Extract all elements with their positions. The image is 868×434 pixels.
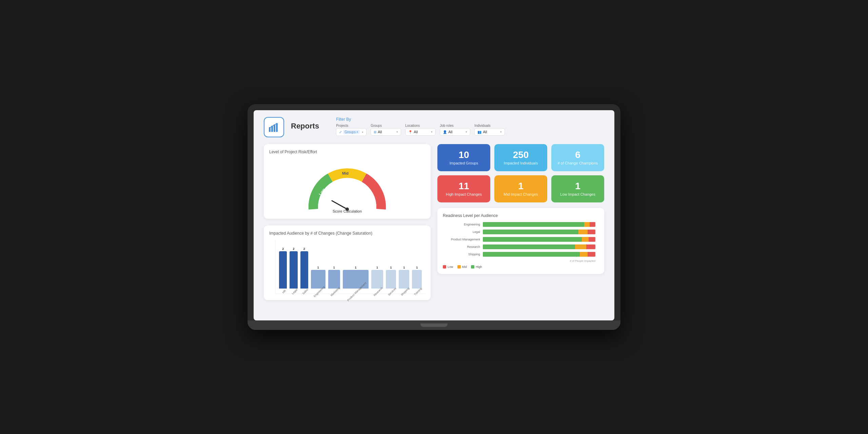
readiness-chart: Engineering Legal Product Management Res… <box>443 222 599 257</box>
stat-number-3: 11 <box>458 181 469 191</box>
projects-chevron: ▾ <box>362 131 363 134</box>
groups-label: Groups <box>371 124 401 127</box>
stat-card-3: 11 High Impact Changes <box>437 175 490 202</box>
logo-box <box>264 117 284 137</box>
readiness-low <box>588 230 595 234</box>
filters-row: Projects ⤢ Groups × ▾ Groups ⊞ All ▾ <box>336 124 604 136</box>
bar-value: 1 <box>355 266 357 269</box>
bar-value: 1 <box>390 266 392 269</box>
groups-filter-group: Groups ⊞ All ▾ <box>371 124 401 136</box>
legend-item: High <box>471 265 482 269</box>
screen: Reports Filter By Projects ⤢ Groups × ▾ … <box>254 110 614 320</box>
bar-col: 1 Training <box>412 266 422 294</box>
individuals-filter-group: Individuals 👥 All ▾ <box>474 124 505 136</box>
bar-col: 1 Marketing <box>328 266 340 294</box>
legend-item: Mid <box>457 265 467 269</box>
individuals-select[interactable]: 👥 All ▾ <box>474 128 505 136</box>
bar <box>328 270 340 289</box>
readiness-row: Legal <box>446 230 595 234</box>
readiness-legend: Low Mid High <box>443 265 599 269</box>
stat-number-1: 250 <box>513 150 529 160</box>
readiness-xlabel: # of People Impacted <box>443 259 599 262</box>
svg-rect-2 <box>274 124 275 132</box>
locations-filter-group: Locations 📍 All ▾ <box>405 124 436 136</box>
bar <box>300 251 308 289</box>
readiness-high <box>483 230 578 234</box>
laptop-frame: Reports Filter By Projects ⤢ Groups × ▾ … <box>248 104 620 330</box>
projects-filter-group: Projects ⤢ Groups × ▾ <box>336 124 367 136</box>
readiness-mid <box>580 252 588 257</box>
bar <box>386 270 396 289</box>
stat-label-0: Impacted Groups <box>450 161 478 165</box>
laptop-base <box>248 320 620 330</box>
filter-by-label: Filter By <box>336 117 604 122</box>
gauge-card: Level of Project Risk/Effort <box>264 144 431 219</box>
gauge-svg: Low Mid High <box>300 162 395 213</box>
readiness-high <box>483 237 582 242</box>
readiness-bar <box>483 222 595 227</box>
projects-label: Projects <box>336 124 367 127</box>
bar-value: 2 <box>293 247 294 251</box>
stat-card-2: 6 # of Change Champions <box>551 144 604 171</box>
locations-chevron: ▾ <box>431 130 433 134</box>
stat-number-0: 10 <box>458 150 469 160</box>
bar-value: 1 <box>376 266 378 269</box>
readiness-row-label: Shipping <box>446 253 480 256</box>
legend-dot <box>457 265 461 269</box>
legend-dot <box>471 265 474 269</box>
bar-col: 1 Research <box>371 266 383 294</box>
filters-area: Filter By Projects ⤢ Groups × ▾ Groups <box>336 117 604 136</box>
stat-card-5: 1 Low Impact Changes <box>551 175 604 202</box>
gauge-title: Level of Project Risk/Effort <box>269 150 425 154</box>
readiness-bar <box>483 244 595 249</box>
stat-card-4: 1 Mid Impact Changes <box>494 175 547 202</box>
locations-select[interactable]: 📍 All ▾ <box>405 128 436 136</box>
legend-item: Low <box>443 265 453 269</box>
bar <box>279 251 287 289</box>
readiness-row-label: Product Management <box>446 238 480 241</box>
readiness-bar <box>483 237 595 242</box>
stat-number-2: 6 <box>575 150 580 160</box>
stat-number-5: 1 <box>575 181 580 191</box>
readiness-row-label: Engineering <box>446 223 480 226</box>
groups-select[interactable]: ⊞ All ▾ <box>371 128 401 136</box>
readiness-low <box>590 222 595 227</box>
bar-col: 2 HR <box>279 247 287 294</box>
stat-label-5: Low Impact Changes <box>560 192 595 196</box>
readiness-low <box>588 252 595 257</box>
readiness-high <box>483 244 575 249</box>
stat-card-0: 10 Impacted Groups <box>437 144 490 171</box>
readiness-row: Engineering <box>446 222 595 227</box>
job-roles-chevron: ▾ <box>466 130 467 134</box>
bar-value: 2 <box>303 247 305 251</box>
readiness-low <box>586 244 595 249</box>
locations-label: Locations <box>405 124 436 127</box>
groups-chevron: ▾ <box>396 130 398 134</box>
bar <box>371 270 383 289</box>
stat-label-2: # of Change Champions <box>558 161 598 165</box>
readiness-high <box>483 222 584 227</box>
projects-tag: Groups × <box>343 130 360 134</box>
readiness-row-label: Research <box>446 245 480 249</box>
readiness-high <box>483 252 580 257</box>
bar-xlabel: Legal <box>291 288 298 295</box>
individuals-value: All <box>483 130 487 134</box>
readiness-mid <box>575 244 586 249</box>
stat-label-3: High Impact Changes <box>446 192 482 196</box>
right-column: 10 Impacted Groups 250 Impacted Individu… <box>437 144 604 300</box>
job-roles-value: All <box>448 130 452 134</box>
score-label: Score Calculation <box>333 209 362 213</box>
projects-select[interactable]: ⤢ Groups × ▾ <box>336 128 367 136</box>
svg-line-4 <box>332 201 347 209</box>
legend-label: Mid <box>462 265 467 269</box>
bar-value: 2 <box>282 247 284 251</box>
readiness-row-label: Legal <box>446 230 480 234</box>
bar-value: 1 <box>416 266 418 269</box>
left-column: Level of Project Risk/Effort <box>264 144 431 300</box>
locations-value: All <box>414 130 418 134</box>
stat-label-4: Mid Impact Changes <box>504 192 538 196</box>
job-roles-select[interactable]: 👤 All ▾ <box>440 128 470 136</box>
legend-dot <box>443 265 446 269</box>
bar-col: 2 Legal <box>290 247 297 294</box>
stat-number-4: 1 <box>518 181 524 191</box>
